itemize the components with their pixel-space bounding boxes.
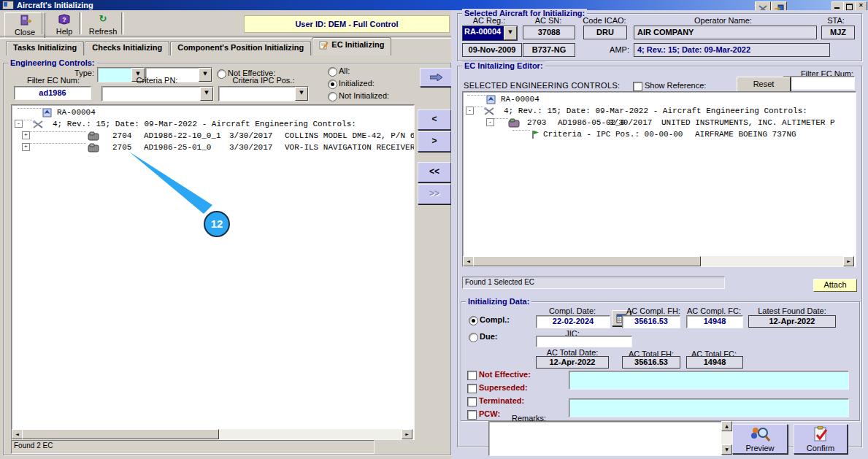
- superseded-label: Superseded:: [479, 383, 528, 392]
- left-tree-hscrollbar[interactable]: ◄ ►: [12, 429, 412, 439]
- tab-components-position-initializing[interactable]: Component's Position Initializing: [170, 41, 311, 55]
- scroll-left-icon[interactable]: ◄: [463, 256, 474, 266]
- tree-row-ec-item[interactable]: + 2704 AD1986-22-10_0_1 3/30/2017 COLLIN…: [12, 131, 414, 142]
- tree-root-label: RA-00004: [501, 95, 539, 104]
- dropdown-arrow-icon[interactable]: ▼: [200, 87, 213, 101]
- show-reference-label: Show Reference:: [645, 81, 706, 90]
- not-initialized-radio[interactable]: [328, 92, 337, 101]
- selected-aircraft-group: Selected Aircraft for Initializing: AC R…: [457, 13, 862, 61]
- aircraft-icon: [486, 95, 496, 104]
- move-right-button[interactable]: >: [418, 131, 451, 152]
- move-left-button[interactable]: <: [418, 109, 451, 130]
- criteria-ipc-pos-label: Criteria IPC Pos.:: [218, 76, 309, 85]
- ec-date: 3/30/2017: [229, 131, 272, 140]
- superseded-checkbox[interactable]: [467, 384, 477, 393]
- dropdown-arrow-icon[interactable]: ▼: [504, 26, 517, 40]
- apply-filter-button[interactable]: [420, 68, 453, 87]
- code-icao-value: DRU: [583, 26, 627, 39]
- ec-id: 2704: [112, 131, 131, 140]
- confirm-button[interactable]: Confirm: [794, 424, 848, 454]
- tab-tasks-initializing[interactable]: Tasks Initializing: [6, 41, 84, 55]
- collapse-icon[interactable]: -: [466, 107, 474, 115]
- tree-row-criteria[interactable]: Criteria - IPC Pos.: 00-00-00 AIRFRAME B…: [463, 129, 856, 141]
- scroll-left-icon[interactable]: ◄: [12, 429, 23, 439]
- scroll-thumb[interactable]: [22, 429, 219, 439]
- ec-item-icon: [508, 118, 521, 128]
- tree-amp-label: 4; Rev.: 15; Date: 09-Mar-2022 - Aircraf…: [504, 107, 807, 115]
- tree-amp-label: 4; Rev.: 15; Date: 09-Mar-2022 - Aircraf…: [53, 120, 356, 128]
- pcw-input[interactable]: [569, 398, 849, 417]
- criteria-detail: AIRFRAME BOEING 737NG: [695, 130, 796, 139]
- filter-ec-num-input[interactable]: ad1986: [14, 86, 91, 100]
- preview-button[interactable]: Preview: [732, 424, 788, 454]
- reset-button[interactable]: Reset: [737, 77, 791, 93]
- svg-text:?: ?: [62, 16, 66, 23]
- tree-row-root[interactable]: RA-00004: [12, 107, 414, 119]
- ac-compl-fc-label: AC Compl. FC:: [685, 306, 743, 315]
- not-effective-flag-label: Not Effective:: [479, 370, 531, 379]
- user-id-text: User ID: DEM - Full Control: [295, 20, 398, 28]
- pcw-checkbox[interactable]: [467, 410, 477, 420]
- help-button[interactable]: ? Help: [45, 12, 83, 37]
- criteria-pn-combo[interactable]: ▼: [101, 86, 214, 101]
- scroll-down-icon[interactable]: ▼: [721, 444, 732, 455]
- initialized-radio[interactable]: [328, 80, 337, 89]
- ac-compl-fh-input[interactable]: 35616.53: [622, 315, 680, 328]
- latest-found-date-value: 12-Apr-2022: [748, 315, 836, 328]
- ec-code: AD1986-25-01_0: [144, 143, 211, 152]
- refresh-button[interactable]: ↻ Refresh: [82, 12, 124, 37]
- scroll-right-icon[interactable]: ►: [843, 256, 854, 266]
- dropdown-arrow-icon[interactable]: ▼: [295, 87, 308, 101]
- expand-icon[interactable]: +: [22, 131, 30, 139]
- selected-ec-tree[interactable]: RA-00004 - 4; Rev.: 15; Date: 09-Mar-202…: [462, 91, 856, 267]
- terminated-label: Terminated:: [479, 396, 524, 405]
- compl-date-input[interactable]: 22-02-2024: [536, 315, 610, 328]
- due-radio[interactable]: [469, 333, 478, 342]
- ec-desc: COLLINS MODEL DME-42, P/N 622-6263: [285, 131, 415, 140]
- move-all-right-button[interactable]: >>: [418, 184, 451, 204]
- tree-row-amp[interactable]: - 4; Rev.: 15; Date: 09-Mar-2022 - Aircr…: [12, 119, 414, 131]
- terminated-checkbox[interactable]: [467, 397, 477, 406]
- tab-ec-initializing[interactable]: EC Initializing: [312, 37, 391, 55]
- show-reference-checkbox[interactable]: [633, 82, 642, 91]
- all-radio[interactable]: [328, 67, 337, 77]
- remarks-vscrollbar[interactable]: ▲ ▼: [721, 421, 732, 455]
- criteria-ipc-pos-combo[interactable]: ▼: [218, 86, 309, 101]
- tab-checks-initializing[interactable]: Checks Initializing: [85, 41, 169, 55]
- collapse-icon[interactable]: -: [15, 120, 23, 128]
- close-button[interactable]: Close: [4, 12, 45, 39]
- remarks-textarea[interactable]: [488, 421, 722, 456]
- selected-ec-label: SELECTED ENGINEERING CONTROLS:: [464, 81, 620, 90]
- collapse-icon[interactable]: -: [486, 118, 494, 126]
- not-effective-checkbox[interactable]: [467, 371, 477, 380]
- ac-sn-value: 37088: [523, 26, 575, 39]
- ac-reg-combo[interactable]: RA-00004 ▼: [462, 26, 518, 41]
- initializing-data-group: Initializing Data: Compl.: Due: Compl. D…: [461, 301, 860, 421]
- scroll-up-icon[interactable]: ▲: [721, 421, 732, 431]
- tree-row-root[interactable]: RA-00004: [463, 94, 856, 106]
- filter-ec-num-label: Filter EC Num:: [15, 76, 91, 85]
- expand-icon[interactable]: +: [22, 143, 30, 151]
- scroll-right-icon[interactable]: ►: [402, 429, 412, 439]
- editor-filter-ec-input[interactable]: [783, 76, 855, 90]
- ac-compl-fc-input[interactable]: 14948: [686, 315, 743, 328]
- ac-type-value: B737-NG: [523, 43, 575, 57]
- jic-input[interactable]: [536, 336, 632, 347]
- superseded-input[interactable]: [569, 371, 849, 390]
- tree-row-ec-item[interactable]: + 2705 AD1986-25-01_0 3/30/2017 VOR-ILS …: [12, 142, 414, 154]
- attach-button[interactable]: Attach: [813, 279, 857, 292]
- ec-desc: VOR-ILS NAVIGATION RECEIVERS, PART: [285, 143, 415, 152]
- ac-sn-label: AC SN:: [523, 16, 574, 25]
- compl-radio[interactable]: [469, 316, 478, 325]
- toolbar-separator: [42, 12, 45, 34]
- help-button-label: Help: [56, 27, 73, 36]
- engineering-controls-tree[interactable]: RA-00004 - 4; Rev.: 15; Date: 09-Mar-202…: [11, 104, 415, 440]
- tree-row-ec-item[interactable]: - 2703 AD1986-05-02_0 3/30/2017 UNITED I…: [463, 117, 856, 129]
- right-tree-hscrollbar[interactable]: ◄ ►: [463, 256, 854, 266]
- tree-row-amp[interactable]: - 4; Rev.: 15; Date: 09-Mar-2022 - Aircr…: [463, 106, 856, 117]
- criteria-pn-label: Criteria PN:: [101, 76, 212, 85]
- move-all-left-button[interactable]: <<: [418, 162, 451, 182]
- right-status-bar: Found 1 Selected EC: [462, 277, 725, 289]
- not-initialized-label: Not Initialized:: [339, 91, 389, 100]
- scroll-thumb[interactable]: [473, 256, 701, 266]
